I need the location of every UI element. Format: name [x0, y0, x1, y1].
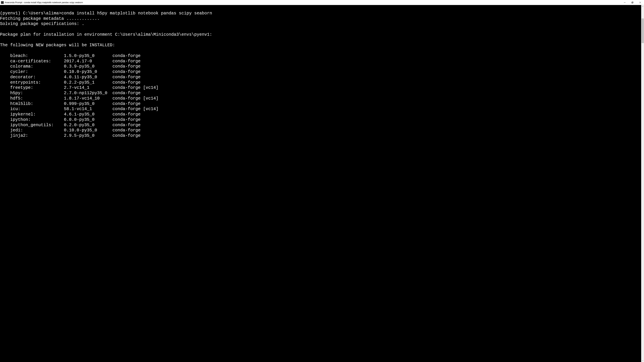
svg-rect-1 [632, 2, 633, 3]
scroll-down-arrow[interactable] [641, 359, 644, 362]
window-title: Anaconda Prompt - conda install h5py mat… [5, 1, 621, 4]
chevron-up-icon [642, 6, 643, 7]
maximize-button[interactable] [628, 0, 636, 5]
minimize-icon [624, 2, 626, 3]
chevron-down-icon [642, 360, 643, 361]
close-button[interactable] [636, 0, 644, 5]
minimize-button[interactable] [621, 0, 628, 5]
close-icon [639, 2, 641, 3]
terminal-output[interactable]: (pyenv1) C:\Users\alima>conda install h5… [0, 5, 641, 362]
titlebar[interactable]: Anaconda Prompt - conda install h5py mat… [0, 0, 644, 5]
scroll-thumb[interactable] [642, 18, 644, 43]
maximize-icon [632, 2, 633, 3]
scroll-track[interactable] [641, 8, 644, 359]
scroll-up-arrow[interactable] [641, 5, 644, 8]
app-icon [1, 1, 4, 4]
vertical-scrollbar[interactable] [641, 5, 644, 362]
terminal-area: (pyenv1) C:\Users\alima>conda install h5… [0, 5, 644, 362]
svg-rect-2 [632, 2, 633, 3]
window-controls [621, 0, 644, 5]
app-window: Anaconda Prompt - conda install h5py mat… [0, 0, 644, 362]
